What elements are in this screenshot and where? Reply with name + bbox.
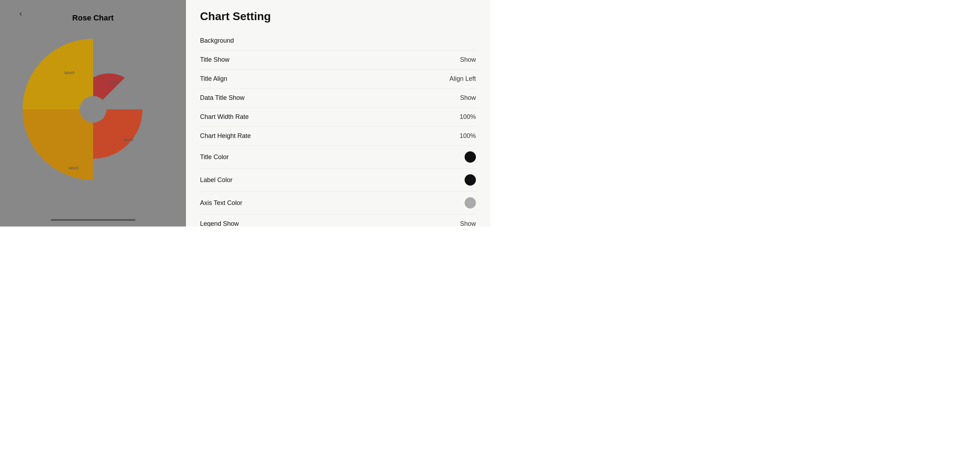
label-label3: label3 xyxy=(68,166,79,170)
setting-value-data-title-show: Show xyxy=(460,94,476,102)
setting-row-title-align[interactable]: Title Align Align Left xyxy=(200,70,476,89)
setting-row-background[interactable]: Background xyxy=(200,32,476,51)
setting-row-chart-height-rate[interactable]: Chart Height Rate 100% xyxy=(200,127,476,146)
settings-panel: Chart Setting Background Title Show Show… xyxy=(186,0,490,227)
segment-label4[interactable] xyxy=(22,39,93,110)
title-color-dot[interactable] xyxy=(465,151,476,163)
setting-value-chart-width-rate: 100% xyxy=(460,113,476,121)
setting-row-title-color[interactable]: Title Color xyxy=(200,146,476,168)
setting-row-label-color[interactable]: Label Color xyxy=(200,168,476,192)
setting-value-legend-show: Show xyxy=(460,220,476,227)
setting-value-chart-height-rate: 100% xyxy=(460,132,476,140)
setting-value-title-align: Align Left xyxy=(449,75,476,83)
setting-label-chart-width-rate: Chart Width Rate xyxy=(200,113,249,121)
label-label4: label4 xyxy=(64,71,75,75)
setting-label-title-color: Title Color xyxy=(200,153,229,161)
setting-label-title-align: Title Align xyxy=(200,75,227,83)
setting-row-legend-show[interactable]: Legend Show Show xyxy=(200,215,476,227)
setting-value-title-show: Show xyxy=(460,56,476,64)
setting-label-label-color: Label Color xyxy=(200,176,232,184)
setting-row-chart-width-rate[interactable]: Chart Width Rate 100% xyxy=(200,108,476,127)
setting-row-title-show[interactable]: Title Show Show xyxy=(200,51,476,70)
chart-hole xyxy=(80,96,107,123)
rose-chart-container: label1 label2 label3 label4 xyxy=(33,32,153,201)
setting-label-title-show: Title Show xyxy=(200,56,229,64)
setting-label-data-title-show: Data Title Show xyxy=(200,94,245,102)
segment-label3[interactable] xyxy=(22,110,93,180)
chart-area: ‹ Rose Chart label1 label2 label3 label4 xyxy=(0,0,186,227)
setting-label-legend-show: Legend Show xyxy=(200,220,239,227)
label-label2: label2 xyxy=(123,138,134,142)
setting-label-axis-text-color: Axis Text Color xyxy=(200,199,242,207)
label-color-dot[interactable] xyxy=(465,174,476,186)
scrollbar[interactable] xyxy=(51,219,135,221)
settings-title: Chart Setting xyxy=(200,10,476,23)
setting-row-data-title-show[interactable]: Data Title Show Show xyxy=(200,89,476,108)
setting-label-background: Background xyxy=(200,37,234,45)
setting-row-axis-text-color[interactable]: Axis Text Color xyxy=(200,192,476,215)
rose-chart-svg: label1 label2 label3 label4 xyxy=(33,32,153,194)
label-label1: label1 xyxy=(109,80,119,85)
axis-text-color-dot[interactable] xyxy=(465,197,476,208)
back-button[interactable]: ‹ xyxy=(19,10,22,17)
chart-title: Rose Chart xyxy=(72,13,114,22)
setting-label-chart-height-rate: Chart Height Rate xyxy=(200,132,251,140)
